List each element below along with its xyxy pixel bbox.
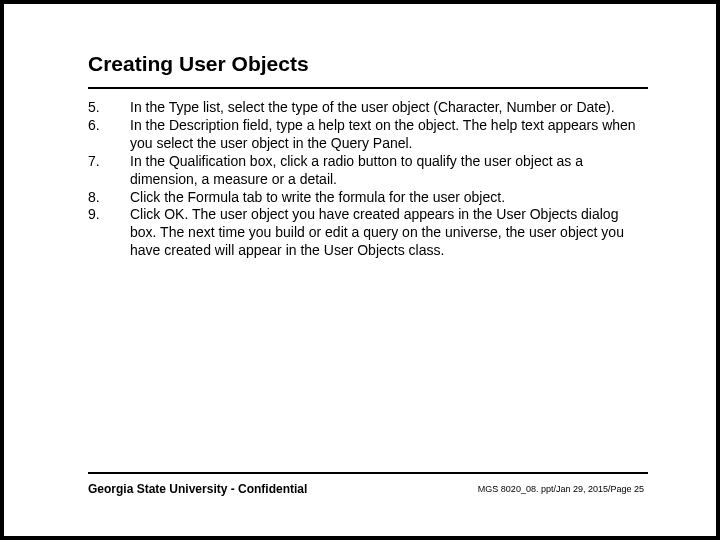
list-item: 6. In the Description field, type a help… (88, 117, 648, 153)
list-item: 7. In the Qualification box, click a rad… (88, 153, 648, 189)
item-text: In the Description field, type a help te… (130, 117, 648, 153)
item-number: 7. (88, 153, 130, 189)
item-number: 9. (88, 206, 130, 260)
steps-list: 5. In the Type list, select the type of … (88, 99, 648, 260)
item-text: Click the Formula tab to write the formu… (130, 189, 648, 207)
item-text: In the Type list, select the type of the… (130, 99, 648, 117)
item-text: In the Qualification box, click a radio … (130, 153, 648, 189)
list-item: 9. Click OK. The user object you have cr… (88, 206, 648, 260)
item-number: 8. (88, 189, 130, 207)
list-item: 8. Click the Formula tab to write the fo… (88, 189, 648, 207)
list-item: 5. In the Type list, select the type of … (88, 99, 648, 117)
item-number: 5. (88, 99, 130, 117)
slide-title: Creating User Objects (88, 52, 309, 76)
item-text: Click OK. The user object you have creat… (130, 206, 648, 260)
slide: Creating User Objects 5. In the Type lis… (4, 4, 716, 536)
title-divider (88, 87, 648, 89)
footer-left: Georgia State University - Confidential (88, 482, 307, 496)
footer-divider (88, 472, 648, 474)
item-number: 6. (88, 117, 130, 153)
footer-right: MGS 8020_08. ppt/Jan 29, 2015/Page 25 (478, 484, 644, 494)
